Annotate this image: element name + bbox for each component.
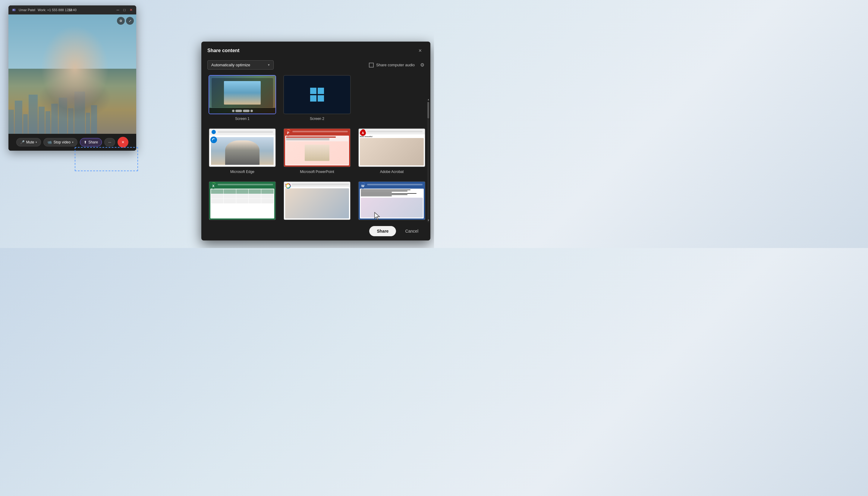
panel-header: Share content × (201, 42, 430, 58)
powerpoint-label: Microsoft PowerPoint (300, 170, 334, 174)
excel-cell (223, 189, 236, 194)
end-call-button[interactable]: ✕ (118, 137, 128, 148)
edge-topbar (209, 129, 276, 135)
excel-item[interactable]: X Microsoft Excel (207, 180, 277, 222)
word-item[interactable]: W Microsoft Word (357, 180, 427, 222)
svg-text:T: T (13, 9, 14, 11)
audio-checkbox-area: Share computer audio ⚙ (369, 62, 424, 68)
word-line (361, 195, 407, 195)
panel-footer: Share Cancel (201, 222, 430, 241)
chrome-preview (284, 182, 350, 220)
edge-item[interactable]: Microsoft Edge (207, 127, 277, 175)
optimize-dropdown[interactable]: Automatically optimize ▾ (207, 60, 274, 69)
edge-icon (212, 130, 216, 134)
powerpoint-item[interactable]: P Microsoft PowerPoint (282, 127, 352, 175)
acrobat-item[interactable]: Make beautiful A Adobe Acrobat (357, 127, 427, 175)
mute-button[interactable]: 🎤 Mute ▾ (16, 138, 41, 146)
edge-logo-circle (211, 137, 217, 143)
mic-icon: 🎤 (20, 140, 25, 144)
ppt-line (286, 138, 329, 139)
scroll-up-icon[interactable]: ▴ (428, 98, 429, 101)
acrobat-topbar (359, 129, 425, 135)
close-button[interactable]: ✕ (129, 8, 133, 12)
stop-video-label: Stop video (53, 140, 71, 144)
chrome-thumbnail[interactable] (283, 181, 351, 220)
excel-cell (249, 194, 261, 199)
fullscreen-button[interactable]: ⤢ (126, 17, 134, 25)
call-title-bar: T Umar Patel Work: +1 555 888 1234 12:40… (9, 5, 136, 14)
screens-empty-slot (357, 74, 427, 122)
svg-rect-2 (310, 88, 316, 94)
mini-dot (232, 110, 234, 112)
excel-cell (211, 199, 223, 203)
acrobat-label: Adobe Acrobat (380, 170, 404, 174)
ppt-content (284, 135, 350, 167)
panel-title: Share content (207, 48, 239, 53)
svg-rect-5 (317, 95, 324, 102)
maximize-button[interactable]: □ (122, 8, 127, 12)
word-line (361, 192, 392, 192)
audio-checkbox-label: Share computer audio (376, 63, 415, 67)
minimize-button[interactable]: ─ (116, 8, 120, 12)
share-button[interactable]: ⬆ Share (80, 138, 102, 146)
chrome-item[interactable]: Google Chrome (282, 180, 352, 222)
acrobat-thumbnail[interactable]: Make beautiful A (358, 128, 425, 167)
screen-2-label: Screen 2 (310, 117, 324, 121)
word-line (361, 189, 410, 190)
excel-grid (211, 189, 274, 218)
powerpoint-preview: P (284, 129, 350, 167)
call-title-name: Umar Patel (19, 8, 35, 12)
word-thumbnail[interactable]: W (358, 181, 425, 220)
panel-scrollable-content[interactable]: Screen 1 Screen 2 (201, 74, 430, 222)
share-content-panel: Share content × Automatically optimize ▾… (201, 42, 430, 241)
scroll-thumb[interactable] (428, 102, 429, 119)
word-content (359, 187, 425, 220)
share-confirm-button[interactable]: Share (369, 226, 396, 236)
edge-label: Microsoft Edge (230, 170, 254, 174)
svg-rect-3 (317, 88, 324, 94)
apps-grid: Microsoft Edge (207, 127, 427, 222)
powerpoint-thumbnail[interactable]: P (283, 128, 351, 167)
scroll-track: ▾ ▴ (428, 102, 429, 222)
stop-video-button[interactable]: 📹 Stop video ▾ (43, 138, 77, 146)
ppt-slide (285, 136, 349, 166)
more-button[interactable]: ··· (104, 138, 115, 146)
ppt-topbar (284, 129, 350, 135)
screen-2-thumbnail[interactable] (283, 75, 351, 114)
excel-cell (211, 194, 223, 199)
acrobat-preview: Make beautiful A (359, 129, 425, 167)
chrome-topbar (284, 182, 350, 187)
call-title-controls: ─ □ ✕ (116, 8, 133, 12)
excel-cell (236, 199, 249, 203)
svg-rect-4 (310, 95, 316, 102)
excel-thumbnail[interactable]: X (208, 181, 276, 220)
excel-cell (249, 199, 261, 203)
video-chevron-icon: ▾ (72, 141, 74, 144)
panel-toolbar: Automatically optimize ▾ Share computer … (201, 58, 430, 74)
audio-checkbox[interactable] (369, 63, 374, 67)
excel-cell (236, 189, 249, 194)
video-area: ⚙ ⤢ (9, 14, 136, 134)
excel-cell (223, 194, 236, 199)
word-doc (360, 189, 424, 218)
mute-label: Mute (26, 140, 34, 144)
acrobat-logo: A (360, 130, 366, 136)
screen-1-thumbnail[interactable] (208, 75, 276, 114)
chrome-body (284, 187, 350, 220)
more-options-video-button[interactable]: ⚙ (117, 17, 125, 25)
cancel-button[interactable]: Cancel (399, 226, 424, 236)
optimize-chevron-icon: ▾ (268, 63, 270, 67)
mini-dot (243, 110, 250, 112)
excel-cell (261, 194, 274, 199)
screen-2-item[interactable]: Screen 2 (282, 74, 352, 122)
call-title-left: T Umar Patel Work: +1 555 888 1234 (12, 7, 72, 12)
call-title-phone: Work: +1 555 888 1234 (38, 8, 72, 12)
screen-1-item[interactable]: Screen 1 (207, 74, 277, 122)
audio-settings-icon[interactable]: ⚙ (420, 62, 424, 68)
scroll-down-icon[interactable]: ▾ (428, 218, 429, 222)
ppt-line (286, 137, 336, 138)
screen-1-mini-controls (209, 108, 276, 113)
edge-thumbnail[interactable] (208, 128, 276, 167)
panel-close-button[interactable]: × (416, 46, 424, 55)
screen-1-label: Screen 1 (235, 117, 250, 121)
